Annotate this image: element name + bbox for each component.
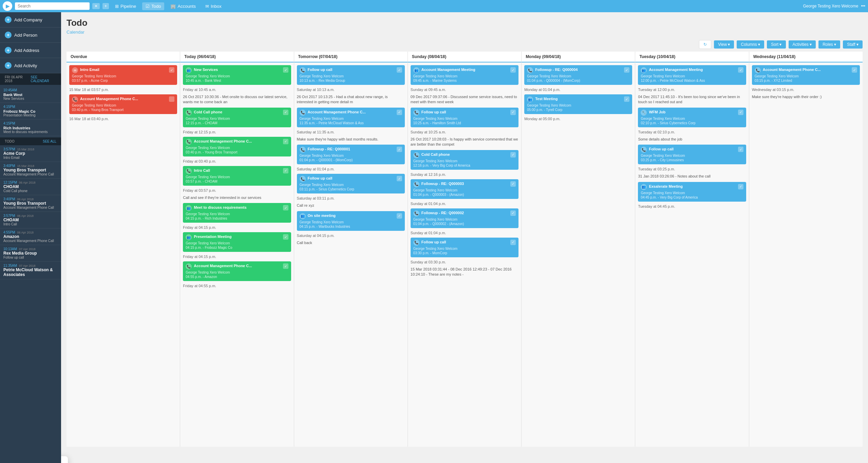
columns-button[interactable]: Columns ▾ bbox=[737, 40, 764, 49]
staff-button[interactable]: Staff ▾ bbox=[843, 40, 863, 49]
activity-card-tuesday-1[interactable]: 🔧 WFM Job ✓ George Testing Xero Welcom02… bbox=[638, 108, 746, 127]
activity-check-today-4[interactable]: ✓ bbox=[283, 205, 288, 210]
view-button[interactable]: View ▾ bbox=[714, 40, 734, 49]
activity-check-tomorrow-3[interactable]: ✓ bbox=[397, 176, 402, 181]
activity-card-tuesday-3[interactable]: 👥 Exsalerate Meeting ✓ George Testing Xe… bbox=[638, 182, 746, 202]
cal-event-company-1: Frobozz Magic Co bbox=[3, 109, 58, 113]
activity-check-today-6[interactable]: ✓ bbox=[283, 263, 288, 269]
activity-card-today-2[interactable]: 📞 Account Management Phone C... ✓ George… bbox=[183, 137, 291, 156]
sort-button[interactable]: Sort ▾ bbox=[767, 40, 786, 49]
todo-date-6: 07 Apr 2018 bbox=[19, 247, 36, 251]
todo-item-4[interactable]: 3:57PM 06 Apr 2018 CHOAM Intro Call bbox=[0, 212, 61, 228]
refresh-button[interactable]: ↻ bbox=[699, 40, 711, 49]
activity-check-tomorrow-1[interactable]: ✓ bbox=[397, 110, 402, 115]
activity-card-sunday-4[interactable]: 📞 Followup - RE: Q000002 ✓ George Testin… bbox=[411, 208, 518, 228]
activity-check-overdue-0[interactable]: ✓ bbox=[169, 67, 174, 73]
activity-check-today-0[interactable]: ✓ bbox=[283, 67, 288, 73]
calendar-link[interactable]: Calendar bbox=[67, 30, 84, 35]
activity-icon-sunday-2: 📞 bbox=[413, 152, 419, 158]
activity-check-sunday-1[interactable]: ✓ bbox=[510, 110, 516, 115]
nav-todo[interactable]: ☑ Todo bbox=[142, 2, 164, 10]
calendar-event-1[interactable]: 4:15PM Frobozz Magic Co Presentation Mee… bbox=[0, 103, 61, 119]
activities-button[interactable]: Activities ▾ bbox=[789, 40, 816, 49]
activity-check-tuesday-0[interactable]: ✓ bbox=[738, 67, 743, 73]
activity-card-sunday-5[interactable]: 📞 Follow up call ✓ George Testing Xero W… bbox=[411, 238, 518, 257]
kanban-col-today: Today (06/04/18) 👥 New Services ✓ George… bbox=[180, 52, 294, 447]
activity-check-sunday-0[interactable]: ✓ bbox=[510, 67, 516, 73]
nav-pipeline[interactable]: ⊞ Pipeline bbox=[112, 2, 139, 10]
activity-title-sunday-4: Followup - RE: Q000002 bbox=[421, 210, 508, 215]
activity-check-monday-0[interactable]: ✓ bbox=[624, 67, 629, 73]
see-all-link[interactable]: SEE ALL bbox=[43, 140, 56, 143]
todo-company-6: Rex Media Group bbox=[3, 251, 58, 256]
nav-accounts[interactable]: 🏢 Accounts bbox=[167, 2, 199, 10]
activity-card-overdue-0[interactable]: ✉ Intro Email ✓ George Testing Xero Welc… bbox=[69, 65, 177, 85]
activity-check-tuesday-2[interactable]: ✓ bbox=[738, 147, 743, 152]
todo-item-6[interactable]: 10:13AM 07 Apr 2018 Rex Media Group Foll… bbox=[0, 245, 61, 262]
activity-card-today-5[interactable]: 👥 Presentation Meeting ✓ George Testing … bbox=[183, 232, 291, 252]
activity-card-tomorrow-1[interactable]: 📞 Account Management Phone C... ✓ George… bbox=[297, 108, 405, 127]
todo-item-1[interactable]: 3:40PM 15 Mar 2018 Young Bros Transport … bbox=[0, 162, 61, 179]
search-clear-button[interactable]: ✕ bbox=[92, 3, 100, 9]
todo-item-3[interactable]: 3:40PM 06 Apr 2018 Young Bros Transport … bbox=[0, 195, 61, 212]
activity-check-sunday-5[interactable]: ✓ bbox=[510, 240, 516, 245]
activity-check-tomorrow-2[interactable]: ✓ bbox=[397, 147, 402, 152]
search-input[interactable] bbox=[15, 2, 90, 10]
todo-time-4: 3:57PM bbox=[3, 214, 15, 218]
col-note-wednesday-0: Make sure they're happy with their order… bbox=[752, 94, 860, 99]
search-plus-button[interactable]: + bbox=[102, 3, 109, 9]
add-address-action[interactable]: + Add Address bbox=[0, 43, 61, 58]
activity-card-monday-0[interactable]: 📞 Followup - RE: Q000004 ✓ George Testin… bbox=[524, 65, 632, 85]
activity-check-wednesday-0[interactable]: ✓ bbox=[852, 67, 857, 73]
activity-card-tomorrow-2[interactable]: 📞 Followup - RE: Q000001 ✓ George Testin… bbox=[297, 145, 405, 164]
activity-check-today-3[interactable]: ✓ bbox=[283, 168, 288, 173]
activity-sub-monday-0: George Testing Xero Welcom01:04 p.m. - Q… bbox=[527, 74, 629, 83]
activity-card-today-3[interactable]: 📞 Intro Call ✓ George Testing Xero Welco… bbox=[183, 166, 291, 186]
activity-card-today-0[interactable]: 👥 New Services ✓ George Testing Xero Wel… bbox=[183, 65, 291, 85]
activity-check-sunday-2[interactable]: ✓ bbox=[510, 152, 516, 158]
activity-check-tomorrow-0[interactable]: ✓ bbox=[397, 67, 402, 73]
see-calendar-link[interactable]: SEE CALENDAR bbox=[31, 75, 56, 83]
activity-card-today-6[interactable]: 📞 Account Management Phone C... ✓ George… bbox=[183, 261, 291, 281]
todo-item-2[interactable]: 12:15PM 06 Apr 2018 CHOAM Cold Call phon… bbox=[0, 179, 61, 195]
activity-check-today-5[interactable]: ✓ bbox=[283, 234, 288, 240]
activity-check-sunday-4[interactable]: ✓ bbox=[510, 210, 516, 216]
activity-check-monday-1[interactable]: ✓ bbox=[624, 96, 629, 102]
add-company-action[interactable]: + Add Company bbox=[0, 12, 61, 27]
activity-check-tuesday-1[interactable]: ✓ bbox=[738, 110, 743, 115]
app-logo[interactable]: ▶ bbox=[3, 1, 12, 11]
activity-check-sunday-3[interactable]: ✓ bbox=[510, 181, 516, 187]
activity-card-sunday-3[interactable]: 📞 Followup - RE: Q000003 ✓ George Testin… bbox=[411, 179, 518, 199]
todo-item-7[interactable]: 11:35AM 07 Apr 2018 Petrie McCloud Watso… bbox=[0, 262, 61, 279]
activity-check-tuesday-3[interactable]: ✓ bbox=[738, 184, 743, 189]
activity-card-sunday-0[interactable]: 👥 Account Management Meeting ✓ George Te… bbox=[411, 65, 518, 85]
activity-sub-today-6: George Testing Xero Welcom04:55 p.m. - A… bbox=[186, 270, 288, 279]
activity-card-overdue-1[interactable]: 📞 Account Management Phone C... George T… bbox=[69, 94, 177, 114]
activity-card-monday-1[interactable]: 👥 Test Meeting ✓ George Testing Xero Wel… bbox=[524, 94, 632, 114]
activity-check-overdue-1[interactable] bbox=[169, 96, 174, 102]
todo-item-0[interactable]: 3:57PM 15 Mar 2018 Acme Corp Intro Email bbox=[0, 145, 61, 162]
nav-inbox[interactable]: ✉ Inbox bbox=[202, 2, 225, 10]
add-activity-action[interactable]: + Add Activity bbox=[0, 58, 61, 73]
user-label[interactable]: George Testing Xero Welcome bbox=[803, 4, 858, 8]
activity-check-today-2[interactable]: ✓ bbox=[283, 139, 288, 144]
activity-check-today-1[interactable]: ✓ bbox=[283, 110, 288, 115]
activity-card-tuesday-2[interactable]: 📞 Follow up call ✓ George Testing Xero W… bbox=[638, 145, 746, 164]
calendar-event-2[interactable]: 4:15PM Rich Industries Meet to discuss r… bbox=[0, 119, 61, 136]
todo-item-5[interactable]: 4:55PM 06 Apr 2018 Amazon Account Manage… bbox=[0, 228, 61, 245]
activity-card-today-1[interactable]: 📞 Cold Call phone ✓ George Testing Xero … bbox=[183, 108, 291, 127]
activity-card-tomorrow-4[interactable]: 👥 On site meeting ✓ George Testing Xero … bbox=[297, 211, 405, 231]
activity-check-tomorrow-4[interactable]: ✓ bbox=[397, 213, 402, 219]
activity-card-today-4[interactable]: 👥 Meet to discuss requirements ✓ George … bbox=[183, 203, 291, 223]
activity-card-tuesday-0[interactable]: 👥 Account Management Meeting ✓ George Te… bbox=[638, 65, 746, 85]
roles-button[interactable]: Roles ▾ bbox=[818, 40, 840, 49]
calendar-event-0[interactable]: 10:45AM Bank West New Services bbox=[0, 86, 61, 103]
activity-card-sunday-1[interactable]: 📞 Follow up call ✓ George Testing Xero W… bbox=[411, 108, 518, 127]
nav-more-icon[interactable]: ••• bbox=[861, 4, 865, 8]
activity-card-wednesday-0[interactable]: 📞 Account Management Phone C... ✓ George… bbox=[752, 65, 860, 85]
activity-card-tomorrow-3[interactable]: 📞 Follow up call ✓ George Testing Xero W… bbox=[297, 174, 405, 193]
activity-icon-tomorrow-3: 📞 bbox=[300, 176, 306, 182]
activity-card-tomorrow-0[interactable]: 📞 Follow up call ✓ George Testing Xero W… bbox=[297, 65, 405, 85]
activity-card-sunday-2[interactable]: 📞 Cold Call phone ✓ George Testing Xero … bbox=[411, 150, 518, 170]
add-person-action[interactable]: + Add Person bbox=[0, 27, 61, 43]
